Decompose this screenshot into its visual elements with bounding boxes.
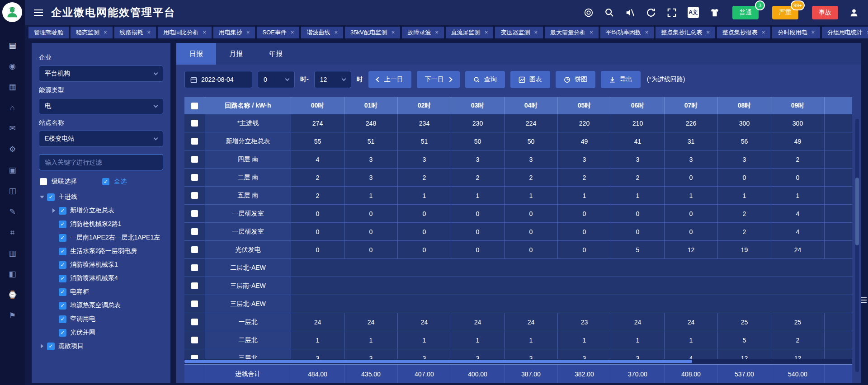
close-icon[interactable]: × — [706, 29, 710, 36]
alarm-button-3[interactable]: 事故 — [812, 6, 838, 19]
tree-item[interactable]: ✓光伏并网 — [39, 326, 163, 339]
vertical-scrollbar-thumb[interactable] — [855, 178, 859, 245]
close-icon[interactable]: × — [334, 29, 338, 36]
tree-checkbox[interactable]: ✓ — [59, 248, 66, 255]
row-checkbox[interactable] — [191, 355, 198, 359]
list-icon[interactable]: ▥ — [9, 249, 16, 257]
row-checkbox[interactable] — [191, 300, 198, 307]
tab-线路损耗[interactable]: 线路损耗× — [114, 27, 156, 38]
tree-item[interactable]: ✓消防栓机械泵2路1 — [39, 217, 163, 231]
translate-icon[interactable]: A文 — [688, 7, 699, 18]
tab-SOE事件[interactable]: SOE事件× — [257, 27, 299, 38]
clock-icon[interactable]: ⌚ — [8, 291, 17, 299]
row-checkbox[interactable] — [191, 210, 198, 217]
tree-checkbox[interactable]: ✓ — [59, 302, 66, 310]
row-checkbox[interactable] — [191, 192, 198, 199]
row-checkbox[interactable] — [191, 156, 198, 163]
horizontal-scrollbar-thumb[interactable] — [184, 360, 692, 363]
tab-用电同比分析[interactable]: 用电同比分析× — [158, 27, 212, 38]
tree-caret[interactable] — [39, 196, 45, 198]
date-picker[interactable]: 2022-08-04 — [184, 71, 252, 88]
tree-checkbox[interactable]: ✓ — [59, 234, 66, 242]
tab-分时段用电[interactable]: 分时段用电× — [772, 27, 820, 38]
export-button[interactable]: 导出 — [601, 71, 641, 88]
filter-select-2[interactable]: 电 — [39, 98, 163, 114]
settings-icon[interactable]: ⚙ — [9, 146, 16, 153]
cascade-checkbox[interactable] — [40, 178, 47, 185]
tree-checkbox[interactable]: ✓ — [47, 193, 55, 201]
row-checkbox[interactable] — [191, 174, 198, 181]
close-icon[interactable]: × — [246, 29, 250, 36]
tree-checkbox[interactable]: ✓ — [59, 315, 66, 323]
panel-icon[interactable]: ▣ — [9, 166, 16, 174]
trend-icon[interactable]: ◉ — [9, 62, 16, 70]
target-icon[interactable] — [584, 8, 594, 18]
tab-稳态监测[interactable]: 稳态监测× — [71, 27, 113, 38]
close-icon[interactable]: × — [485, 29, 488, 36]
tree-caret[interactable] — [39, 344, 45, 348]
tree-item[interactable]: ✓生活水泵2路一层弱电房 — [39, 244, 163, 258]
chart-button[interactable]: 图表 — [510, 71, 550, 88]
tree-item[interactable]: ✓地源热泵空调总表 — [39, 299, 163, 312]
search-icon[interactable] — [604, 8, 614, 18]
tab-分组用电统计[interactable]: 分组用电统计× — [822, 27, 868, 38]
report-tab-月报[interactable]: 月报 — [216, 43, 256, 65]
tree-checkbox[interactable]: ✓ — [59, 329, 66, 337]
hour-from-select[interactable]: 0 — [258, 71, 295, 88]
tab-整点集抄汇总表[interactable]: 整点集抄汇总表× — [656, 27, 715, 38]
report-tab-年报[interactable]: 年报 — [256, 43, 296, 65]
tab-用电集抄[interactable]: 用电集抄× — [213, 27, 255, 38]
grid-icon[interactable]: ⌗ — [10, 229, 15, 236]
tree-caret[interactable] — [51, 208, 57, 213]
row-checkbox[interactable] — [191, 228, 198, 235]
theme-icon[interactable] — [710, 8, 720, 18]
tree-checkbox[interactable]: ✓ — [59, 221, 66, 228]
tree-item[interactable]: ✓消防喷淋机械泵4 — [39, 272, 163, 285]
tree-item[interactable]: ✓新增分立柜总表 — [39, 204, 163, 217]
home-icon[interactable]: ⌂ — [10, 104, 14, 112]
tree-item[interactable]: ✓疏散项目 — [39, 339, 163, 353]
mail-icon[interactable]: ✉ — [9, 125, 15, 132]
close-icon[interactable]: × — [645, 29, 649, 36]
edit-chart-icon[interactable]: ✎ — [9, 208, 15, 216]
user-icon[interactable] — [849, 8, 859, 18]
close-icon[interactable]: × — [392, 29, 395, 36]
tree-item[interactable]: ✓主进线 — [39, 190, 163, 204]
mute-icon[interactable] — [625, 8, 635, 18]
tab-谐波曲线[interactable]: 谐波曲线× — [301, 27, 343, 38]
tree-checkbox[interactable]: ✓ — [59, 288, 66, 296]
close-icon[interactable]: × — [811, 29, 815, 36]
tab-变压器监测[interactable]: 变压器监测× — [495, 27, 543, 38]
close-icon[interactable]: × — [203, 29, 206, 36]
query-button[interactable]: 查询 — [465, 71, 505, 88]
tab-35kV配电监测[interactable]: 35kV配电监测× — [345, 27, 400, 38]
row-checkbox[interactable] — [191, 282, 198, 289]
tree-checkbox[interactable]: ✓ — [59, 261, 66, 269]
tab-平均功率因数[interactable]: 平均功率因数× — [600, 27, 654, 38]
alarm-button-2[interactable]: 严重99+ — [772, 6, 798, 19]
close-icon[interactable]: × — [435, 29, 439, 36]
battery-icon[interactable]: ▦ — [9, 83, 16, 91]
select-all-label[interactable]: 全选 — [114, 178, 127, 186]
filter-select-3[interactable]: E楼变电站 — [39, 131, 163, 147]
row-checkbox[interactable] — [191, 264, 198, 271]
refresh-icon[interactable] — [646, 8, 656, 18]
tree-checkbox[interactable]: ✓ — [59, 275, 66, 282]
hour-to-select[interactable]: 12 — [314, 71, 351, 88]
row-checkbox[interactable] — [191, 319, 198, 325]
tree-checkbox[interactable]: ✓ — [59, 207, 66, 215]
meter-icon[interactable]: ◫ — [9, 187, 16, 195]
building-icon[interactable]: ◧ — [9, 270, 16, 278]
tab-整点集抄报表[interactable]: 整点集抄报表× — [717, 27, 771, 38]
close-icon[interactable]: × — [147, 29, 151, 36]
tree-item[interactable]: ✓消防喷淋机械泵1 — [39, 258, 163, 272]
fullscreen-icon[interactable] — [667, 8, 677, 18]
alarm-button-1[interactable]: 普通3 — [732, 6, 759, 19]
next-day-button[interactable]: 下一日 — [417, 71, 460, 88]
close-icon[interactable]: × — [534, 29, 538, 36]
tab-最大需量分析[interactable]: 最大需量分析× — [545, 27, 599, 38]
tree-item[interactable]: ✓空调用电 — [39, 312, 163, 326]
prev-day-button[interactable]: 上一日 — [368, 71, 411, 88]
tree-checkbox[interactable]: ✓ — [47, 343, 55, 350]
row-checkbox[interactable] — [191, 120, 198, 127]
